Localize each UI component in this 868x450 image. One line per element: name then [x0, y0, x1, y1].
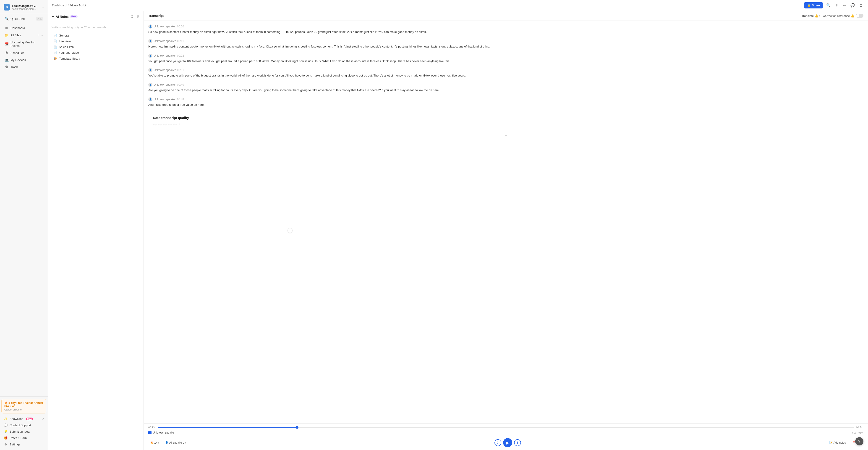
speaker-time: 00:48 — [177, 98, 184, 101]
topbar: Dashboard / Video Script ℹ 🔒 Share 🔍 ⬇ ·… — [48, 0, 868, 11]
sidebar-item-settings[interactable]: ⚙ Settings — [1, 441, 46, 448]
star-3[interactable]: ☆ — [163, 122, 167, 128]
notes-editor[interactable]: Write something or type "/" for commands… — [48, 22, 144, 450]
progress-bar-area: 00:13 00:54 — [144, 424, 868, 430]
speaker-avatar: 👤 — [148, 39, 152, 43]
sidebar-item-dashboard[interactable]: ⊞ Dashboard — [1, 24, 46, 31]
ai-notes-label: AI Notes — [56, 15, 69, 19]
sidebar-item-showcase[interactable]: ✨ Showcase NEW ↗ — [1, 416, 46, 422]
add-notes-label: Add notes — [834, 441, 846, 444]
speaker-name: Unknown speaker — [154, 98, 176, 101]
breadcrumb: Dashboard / Video Script ℹ — [52, 4, 802, 7]
sidebar-item-refer-earn[interactable]: 🎁 Refer & Earn — [1, 435, 46, 441]
folder-item-general[interactable]: 📄 General — [52, 33, 140, 38]
chevron-down-icon: ⌄ — [41, 34, 43, 37]
help-button[interactable]: ? — [855, 437, 863, 445]
star-rating[interactable]: ☆ ☆ ☆ ☆ ☆ * — [153, 122, 859, 128]
more-options-button[interactable]: ··· — [841, 2, 847, 8]
document-icon: 📄 — [53, 45, 57, 49]
speaker-row: 👤 Unknown speaker 00:22 — [148, 54, 863, 58]
star-count: * — [179, 123, 180, 126]
quick-find-shortcut: ⌘ K — [36, 17, 43, 21]
scroll-indicator: ⌄ — [148, 131, 863, 138]
sidebar-item-all-files[interactable]: 📁 All Files + ⌄ — [1, 31, 46, 39]
play-button[interactable]: ▶ — [503, 438, 512, 447]
folder-label: Interview — [59, 39, 71, 43]
transcript-entry: 👤 Unknown speaker 00:00 So how good is c… — [148, 24, 863, 34]
dropdown-arrow-icon: ▾ — [185, 442, 186, 444]
skip-forward-button[interactable]: 3 — [514, 439, 521, 446]
folder-item-interview[interactable]: 📄 Interview — [52, 38, 140, 44]
folder-label: Sales Pitch — [59, 45, 74, 49]
sidebar-item-upcoming-meetings[interactable]: 📅 Upcoming Meeting Events — [1, 39, 46, 49]
sidebar-item-label: Trash — [10, 65, 43, 69]
star-2[interactable]: ☆ — [158, 122, 162, 128]
sidebar-item-my-devices[interactable]: 💻 My Devices — [1, 56, 46, 63]
user-row[interactable]: B bool.zhanghao's ... bool.zhanghao@gm..… — [3, 3, 45, 12]
trial-box[interactable]: 🔥 3-day Free Trial for Annual Pro Plan C… — [1, 399, 46, 414]
folder-item-sales-pitch[interactable]: 📄 Sales Pitch — [52, 44, 140, 50]
folder-label: General — [59, 34, 69, 37]
copy-button[interactable]: ⧉ — [136, 14, 140, 20]
folder-item-template-library[interactable]: 🎨 Template library — [52, 56, 140, 61]
transcript-header: Transcript Translate 👍 › Correction refe… — [144, 11, 868, 21]
transcript-text: Are you going to be one of those people … — [148, 88, 863, 93]
speaker-check[interactable]: ✓ Unknown speaker — [148, 431, 175, 434]
new-badge: NEW — [26, 418, 33, 420]
speaker-avatar: 👤 — [148, 83, 152, 87]
comment-button[interactable]: 💬 — [849, 2, 856, 8]
sidebar-item-contact-support[interactable]: 💬 Contact Support — [1, 422, 46, 428]
speaker-row: 👤 Unknown speaker 00:40 — [148, 83, 863, 87]
document-icon: 📄 — [53, 34, 57, 37]
breadcrumb-parent[interactable]: Dashboard — [52, 4, 67, 7]
sidebar-item-label: Upcoming Meeting Events — [10, 41, 43, 48]
settings-panel-button[interactable]: ⚙ — [130, 14, 134, 20]
gift-icon: 🎁 — [4, 436, 8, 440]
transcript-panel: Transcript Translate 👍 › Correction refe… — [144, 11, 868, 450]
folder-icon: 📁 — [5, 33, 9, 37]
sidebar-item-label: Submit an Idea — [9, 430, 29, 433]
skip-back-button[interactable]: 3 — [494, 439, 501, 446]
info-icon[interactable]: ℹ — [87, 4, 89, 7]
trial-subtitle: Cancel anytime — [4, 408, 43, 411]
translate-button[interactable]: Translate 👍 › — [802, 14, 820, 18]
user-name: bool.zhanghao's ... — [12, 4, 40, 7]
dashboard-icon: ⊞ — [5, 26, 9, 30]
download-button[interactable]: ⬇ — [834, 2, 840, 8]
star-4[interactable]: ☆ — [168, 122, 172, 128]
trial-title: 🔥 3-day Free Trial for Annual Pro Plan — [4, 401, 43, 408]
transcript-text: And I also drop a ton of free value on h… — [148, 103, 863, 107]
playback-speed-button[interactable]: 🔥 1x ▾ — [148, 440, 161, 445]
sidebar-item-scheduler[interactable]: 🗓 Scheduler — [1, 49, 46, 56]
speaker-avatar: 👤 — [148, 97, 152, 102]
speaker-filter-button[interactable]: 👤 All speakers ▾ — [163, 440, 188, 445]
speaker-name: Unknown speaker — [154, 83, 176, 86]
sidebar-item-submit-idea[interactable]: 💡 Submit an Idea — [1, 428, 46, 435]
sidebar-item-trash[interactable]: 🗑 Trash — [1, 63, 46, 71]
quick-find-button[interactable]: 🔍 Quick Find ⌘ K — [1, 15, 46, 22]
sparkle-icon: ✦ — [52, 15, 54, 19]
star-1[interactable]: ☆ — [153, 122, 157, 128]
progress-track[interactable] — [158, 427, 854, 428]
speaker-row: 👤 Unknown speaker 00:31 — [148, 68, 863, 72]
share-button[interactable]: 🔒 Share — [804, 2, 823, 8]
sidebar-bottom: 🔥 3-day Free Trial for Annual Pro Plan C… — [0, 396, 48, 450]
transcript-entry: 👤 Unknown speaker 00:11 Here's how I'm m… — [148, 39, 863, 49]
folder-item-youtube-video[interactable]: 📄 YouTube Video — [52, 50, 140, 56]
search-button[interactable]: 🔍 — [825, 2, 832, 8]
sidebar: B bool.zhanghao's ... bool.zhanghao@gm..… — [0, 0, 48, 450]
speaker-row: 👤 Unknown speaker 00:48 — [148, 97, 863, 102]
add-notes-button[interactable]: 📝 Add notes — [827, 440, 848, 445]
time-start: 00:13 — [148, 426, 156, 429]
folder-list: 📄 General 📄 Interview 📄 Sales Pitch 📄 Yo… — [52, 33, 140, 61]
progress-thumb[interactable] — [296, 426, 299, 429]
folder-label: Template library — [59, 57, 80, 60]
collapse-panel-button[interactable]: ‹ — [287, 228, 292, 233]
layout-button[interactable]: ⊡ — [858, 2, 864, 8]
fire-icon: 🔥 — [150, 441, 154, 444]
add-file-icon[interactable]: + — [37, 33, 39, 37]
sidebar-item-label: My Devices — [10, 58, 43, 62]
speaker-avatar: 👤 — [148, 24, 152, 29]
star-5[interactable]: ☆ — [173, 122, 177, 128]
correction-toggle[interactable] — [856, 14, 863, 18]
